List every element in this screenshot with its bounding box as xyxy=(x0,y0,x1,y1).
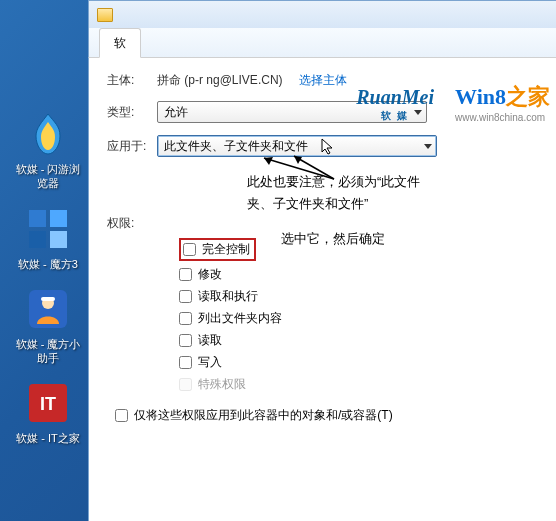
tab-main[interactable]: 软 xyxy=(99,28,141,58)
permission-checkbox-readexec[interactable] xyxy=(179,290,192,303)
permission-item-listfolder: 列出文件夹内容 xyxy=(179,310,546,327)
chevron-down-icon xyxy=(424,144,432,149)
apply-only-row: 仅将这些权限应用到此容器中的对象和/或容器(T) xyxy=(115,407,546,424)
permission-item-read: 读取 xyxy=(179,332,546,349)
type-label: 类型: xyxy=(107,104,157,121)
svg-rect-0 xyxy=(29,210,46,227)
permissions-list: 完全控制修改读取和执行列出文件夹内容读取写入特殊权限 xyxy=(179,238,546,393)
svg-rect-3 xyxy=(50,231,67,248)
desktop-icon-browser[interactable]: 软媒 - 闪游浏 览器 xyxy=(10,110,86,191)
highlight-box: 完全控制 xyxy=(179,238,256,261)
svg-text:IT: IT xyxy=(40,394,56,414)
desktop-icon-label: 软媒 - IT之家 xyxy=(10,431,86,445)
principal-value: 拼命 (p-r ng@LIVE.CN) xyxy=(157,72,283,89)
svg-rect-2 xyxy=(29,231,46,248)
annotation-apply-note: 此处也要注意，必须为“此文件 夹、子文件夹和文件” xyxy=(247,173,420,213)
apply-only-label[interactable]: 仅将这些权限应用到此容器中的对象和/或容器(T) xyxy=(134,407,393,424)
permission-label: 列出文件夹内容 xyxy=(198,310,282,327)
permission-item-special: 特殊权限 xyxy=(179,376,546,393)
permission-item-write: 写入 xyxy=(179,354,546,371)
permission-checkbox-write[interactable] xyxy=(179,356,192,369)
svg-marker-12 xyxy=(294,156,302,164)
desktop-icon-helper[interactable]: 软媒 - 魔方小 助手 xyxy=(10,285,86,366)
apply-only-checkbox[interactable] xyxy=(115,409,128,422)
permission-item-readexec: 读取和执行 xyxy=(179,288,546,305)
type-select[interactable]: 允许 xyxy=(157,101,427,123)
type-value: 允许 xyxy=(164,104,188,121)
permission-checkbox-full[interactable] xyxy=(183,243,196,256)
principal-label: 主体: xyxy=(107,72,157,89)
content-area: 主体: 拼命 (p-r ng@LIVE.CN) 选择主体 类型: 允许 应用于:… xyxy=(88,58,556,521)
svg-rect-6 xyxy=(41,297,55,301)
permission-label: 读取 xyxy=(198,332,222,349)
permission-label: 修改 xyxy=(198,266,222,283)
svg-marker-10 xyxy=(264,157,273,165)
apply-label: 应用于: xyxy=(107,138,157,155)
it-icon: IT xyxy=(24,379,72,427)
apply-value: 此文件夹、子文件夹和文件 xyxy=(164,138,308,155)
permission-checkbox-special xyxy=(179,378,192,391)
titlebar[interactable] xyxy=(88,0,556,28)
helper-icon xyxy=(24,285,72,333)
principal-row: 主体: 拼命 (p-r ng@LIVE.CN) 选择主体 xyxy=(107,72,546,89)
permission-label: 写入 xyxy=(198,354,222,371)
desktop-icon-mofang[interactable]: 软媒 - 魔方3 xyxy=(10,205,86,271)
permission-item-modify: 修改 xyxy=(179,266,546,283)
annotation-text: 此处也要注意，必须为“此文件 xyxy=(247,173,420,191)
tab-bar: 软 xyxy=(88,28,556,58)
permission-label: 特殊权限 xyxy=(198,376,246,393)
flame-icon xyxy=(24,110,72,158)
desktop-icon-label: 软媒 - 魔方小 助手 xyxy=(10,337,86,366)
desktop-icon-ithome[interactable]: IT 软媒 - IT之家 xyxy=(10,379,86,445)
permissions-window: 软 主体: 拼命 (p-r ng@LIVE.CN) 选择主体 类型: 允许 应用… xyxy=(88,0,556,521)
cube-icon xyxy=(24,205,72,253)
svg-rect-1 xyxy=(50,210,67,227)
folder-icon xyxy=(97,8,113,22)
annotation-text: 夹、子文件夹和文件” xyxy=(247,195,420,213)
permission-checkbox-modify[interactable] xyxy=(179,268,192,281)
apply-select[interactable]: 此文件夹、子文件夹和文件 xyxy=(157,135,437,157)
permission-label: 读取和执行 xyxy=(198,288,258,305)
chevron-down-icon xyxy=(414,110,422,115)
apply-row: 应用于: 此文件夹、子文件夹和文件 xyxy=(107,135,546,157)
permission-checkbox-listfolder[interactable] xyxy=(179,312,192,325)
desktop-icon-label: 软媒 - 魔方3 xyxy=(10,257,86,271)
permission-checkbox-read[interactable] xyxy=(179,334,192,347)
permission-label: 完全控制 xyxy=(202,241,250,258)
type-row: 类型: 允许 xyxy=(107,101,546,123)
annotation-select-note: 选中它，然后确定 xyxy=(281,230,385,248)
desktop-icon-label: 软媒 - 闪游浏 览器 xyxy=(10,162,86,191)
desktop-icons: 软媒 - 闪游浏 览器 软媒 - 魔方3 软媒 - 魔方小 助手 IT 软媒 -… xyxy=(10,110,86,460)
select-principal-link[interactable]: 选择主体 xyxy=(299,72,347,89)
